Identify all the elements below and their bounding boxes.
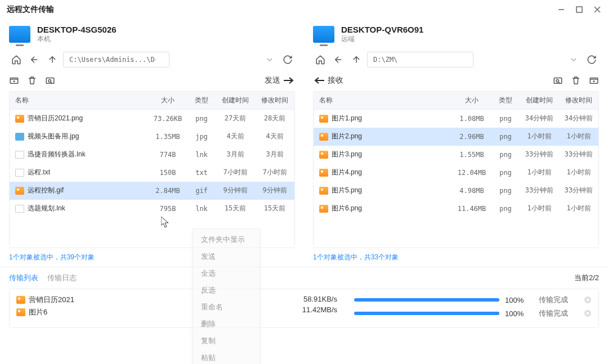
- svg-point-8: [556, 80, 559, 83]
- transfer-speed: 11.42MB/s: [270, 305, 337, 314]
- col-name[interactable]: 名称: [10, 92, 148, 109]
- up-button[interactable]: [45, 52, 60, 67]
- col-type[interactable]: 类型: [187, 92, 216, 109]
- home-button[interactable]: [313, 52, 328, 67]
- chevron-down-icon: [267, 57, 272, 62]
- file-type: png: [491, 201, 520, 217]
- file-ctime: 15天前: [216, 200, 255, 217]
- file-name: 选题规划.lnk: [28, 204, 65, 213]
- file-icon: [16, 296, 25, 304]
- file-name: 远程控制.gif: [28, 186, 64, 195]
- file-ctime: 34分钟前: [520, 110, 559, 127]
- col-size[interactable]: 大小: [452, 92, 491, 109]
- col-ctime[interactable]: 创建时间: [520, 92, 559, 109]
- file-mtime: 15天前: [255, 200, 294, 217]
- transfer-item[interactable]: 营销日历2021: [16, 295, 157, 305]
- file-name: 图片5.png: [332, 186, 362, 195]
- back-button[interactable]: [27, 52, 42, 67]
- col-type[interactable]: 类型: [491, 92, 520, 109]
- file-size: 11.46MB: [452, 201, 491, 217]
- receive-button[interactable]: 接收: [313, 75, 343, 86]
- context-menu-item[interactable]: 复制: [193, 332, 260, 349]
- home-button[interactable]: [9, 52, 24, 67]
- col-mtime[interactable]: 修改时间: [255, 92, 294, 109]
- col-ctime[interactable]: 创建时间: [216, 92, 255, 109]
- file-row[interactable]: 远程.txt150Btxt7小时前7小时前: [10, 164, 294, 182]
- minimize-button[interactable]: [557, 6, 565, 14]
- search-folder-button[interactable]: [45, 75, 55, 86]
- maximize-button[interactable]: [575, 6, 583, 14]
- context-menu-item[interactable]: 文件夹中显示: [193, 231, 260, 248]
- file-ctime: 1小时前: [520, 200, 559, 217]
- file-mtime: 7小时前: [255, 164, 294, 181]
- file-icon: [319, 151, 328, 159]
- up-button[interactable]: [349, 52, 364, 67]
- search-folder-button[interactable]: [553, 75, 563, 86]
- transfer-close-button[interactable]: [584, 309, 592, 317]
- context-menu-item[interactable]: 全选: [193, 265, 260, 282]
- new-folder-button[interactable]: [589, 75, 599, 86]
- send-button[interactable]: 发送: [265, 75, 295, 86]
- close-button[interactable]: [593, 6, 601, 14]
- file-row[interactable]: 图片6.png11.46MBpng1小时前1小时前: [314, 200, 598, 218]
- file-ctime: 1小时前: [520, 164, 559, 181]
- file-type: jpg: [187, 129, 216, 145]
- monitor-icon: [9, 26, 30, 43]
- remote-file-table: 名称 大小 类型 创建时间 修改时间 图片1.png1.08MBpng34分钟前…: [313, 91, 599, 248]
- file-name: 远程.txt: [28, 168, 50, 177]
- file-icon: [319, 205, 328, 213]
- delete-button[interactable]: [27, 75, 37, 86]
- remote-pane: DESKTOP-QVR6O91 远端: [304, 19, 608, 267]
- context-menu-item[interactable]: 重命名: [193, 299, 260, 316]
- window-controls: [557, 6, 601, 14]
- context-menu-item[interactable]: 发送: [193, 248, 260, 265]
- file-row[interactable]: 远程控制.gif2.84MBgif9分钟前9分钟前: [10, 182, 294, 200]
- new-folder-button[interactable]: [9, 75, 19, 86]
- file-icon: [15, 205, 24, 213]
- tab-transfer-log[interactable]: 传输日志: [47, 273, 77, 283]
- file-icon: [319, 115, 328, 123]
- file-name: 迅捷音频转换器.lnk: [28, 150, 86, 159]
- file-name: 图片2.png: [332, 132, 362, 141]
- file-mtime: 34分钟前: [559, 110, 598, 127]
- file-row[interactable]: 迅捷音频转换器.lnk774Blnk3月前3月前: [10, 146, 294, 164]
- file-row[interactable]: 图片1.png1.08MBpng34分钟前34分钟前: [314, 110, 598, 128]
- file-row[interactable]: 营销日历2021.png73.26KBpng27天前28天前: [10, 110, 294, 128]
- file-mtime: 33分钟前: [559, 146, 598, 163]
- file-mtime: 1小时前: [559, 128, 598, 145]
- svg-rect-5: [46, 78, 54, 84]
- file-icon: [16, 308, 25, 316]
- col-name[interactable]: 名称: [314, 92, 452, 109]
- file-row[interactable]: 图片4.png12.04MBpng1小时前1小时前: [314, 164, 598, 182]
- transfer-close-button[interactable]: [584, 296, 592, 304]
- refresh-button[interactable]: [280, 52, 295, 67]
- file-row[interactable]: 视频头图备用.jpg1.35MBjpg4天前4天前: [10, 128, 294, 146]
- file-icon: [15, 187, 24, 195]
- col-mtime[interactable]: 修改时间: [559, 92, 598, 109]
- progress-bar: [354, 298, 499, 302]
- file-row[interactable]: 图片5.png4.98MBpng33分钟前33分钟前: [314, 182, 598, 200]
- file-name: 图片1.png: [332, 114, 362, 123]
- back-button[interactable]: [331, 52, 346, 67]
- file-ctime: 9分钟前: [216, 182, 255, 199]
- context-menu-item[interactable]: 粘贴: [193, 349, 260, 364]
- context-menu: 文件夹中显示发送全选反选重命名删除复制粘贴: [193, 228, 260, 364]
- col-size[interactable]: 大小: [148, 92, 187, 109]
- file-row[interactable]: 图片2.png2.96MBpng1小时前1小时前: [314, 128, 598, 146]
- progress-bar: [354, 312, 499, 315]
- local-path-input[interactable]: [63, 52, 169, 68]
- file-type: png: [491, 111, 520, 127]
- transfer-item[interactable]: 图片6: [16, 307, 157, 317]
- file-size: 2.96MB: [452, 129, 491, 145]
- delete-button[interactable]: [571, 75, 581, 86]
- context-menu-item[interactable]: 反选: [193, 282, 260, 299]
- context-menu-item[interactable]: 删除: [193, 316, 260, 332]
- remote-path-input[interactable]: [367, 52, 473, 68]
- transfer-status: 传输完成: [539, 308, 578, 318]
- refresh-button[interactable]: [584, 52, 599, 67]
- monitor-icon: [313, 26, 334, 43]
- tab-transfer-list[interactable]: 传输列表: [9, 273, 38, 283]
- file-row[interactable]: 选题规划.lnk795Blnk15天前15天前: [10, 200, 294, 218]
- file-row[interactable]: 图片3.png1.55MBpng33分钟前33分钟前: [314, 146, 598, 164]
- file-size: 795B: [148, 201, 187, 217]
